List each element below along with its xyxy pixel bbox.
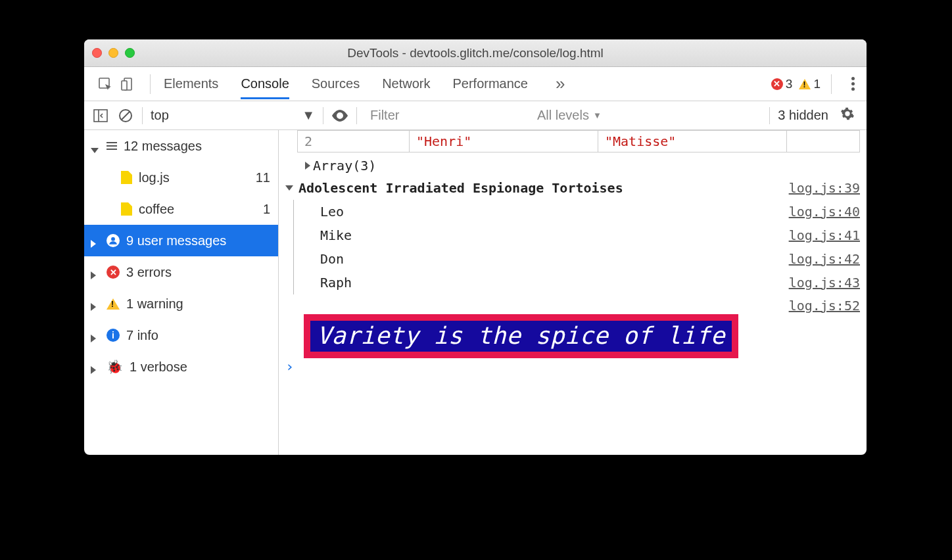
console-filterbar: top ▼ Filter All levels ▼ 3 hidden	[84, 101, 867, 130]
panel-tabs: Elements Console Sources Network Perform…	[164, 68, 571, 99]
array-expand[interactable]: Array(3)	[279, 155, 867, 176]
log-row[interactable]: Donlog.js:42	[294, 247, 867, 271]
console-sidebar: 12 messages log.js 11 coffee 1 9 user me…	[84, 130, 279, 455]
device-icon[interactable]	[118, 75, 137, 93]
file-icon	[121, 171, 132, 184]
error-count[interactable]: ✕ 3	[771, 77, 793, 91]
chevron-right-icon	[91, 299, 100, 308]
separator	[356, 107, 357, 124]
warning-icon	[107, 298, 120, 310]
source-link[interactable]: log.js:43	[789, 275, 860, 291]
styled-log: Variety is the spice of life	[279, 317, 867, 354]
sidebar-user-messages[interactable]: 9 user messages	[84, 225, 278, 256]
file-count: 11	[256, 170, 270, 185]
log-row[interactable]: Raphlog.js:43	[294, 271, 867, 294]
context-selector[interactable]: top ▼	[151, 108, 315, 123]
chevron-right-icon	[91, 331, 100, 340]
levels-selector[interactable]: All levels ▼	[537, 108, 602, 123]
list-icon	[107, 142, 117, 150]
category-label: 9 user messages	[126, 233, 226, 248]
table-row[interactable]: 2 "Henri" "Matisse"	[297, 130, 860, 152]
table-cell: "Matisse"	[605, 133, 676, 149]
log-row[interactable]: log.js:52	[279, 294, 867, 317]
table-cell: "Henri"	[416, 133, 471, 149]
svg-point-7	[111, 237, 115, 241]
chevron-down-icon	[91, 141, 100, 151]
tab-console[interactable]: Console	[241, 68, 289, 99]
chevron-down-icon: ▼	[593, 110, 602, 120]
sidebar-toggle-icon[interactable]	[92, 109, 109, 122]
file-name: coffee	[139, 202, 174, 217]
tabs-overflow[interactable]: »	[550, 74, 571, 94]
warning-count-value: 1	[813, 77, 821, 91]
tab-performance[interactable]: Performance	[453, 68, 529, 99]
log-text: Raph	[320, 275, 352, 291]
menu-icon[interactable]	[842, 77, 855, 91]
source-link[interactable]: log.js:41	[789, 227, 860, 243]
sidebar-file[interactable]: coffee 1	[84, 193, 278, 225]
source-link[interactable]: log.js:42	[789, 251, 860, 267]
error-icon: ✕	[771, 78, 783, 90]
chevron-down-icon: ▼	[302, 108, 315, 123]
log-text: Don	[320, 251, 344, 267]
log-row[interactable]: Mikelog.js:41	[294, 223, 867, 247]
group-title: Adolescent Irradiated Espionage Tortoise…	[298, 180, 623, 196]
styled-log-text: Variety is the spice of life	[304, 314, 738, 358]
separator	[769, 107, 770, 124]
sidebar-warnings[interactable]: 1 warning	[84, 288, 278, 319]
category-label: 7 info	[126, 328, 158, 343]
source-link[interactable]: log.js:52	[789, 298, 860, 314]
svg-line-6	[122, 112, 130, 120]
sidebar-verbose[interactable]: 🐞 1 verbose	[84, 351, 278, 383]
table-index: 2	[304, 133, 312, 149]
log-row[interactable]: Leolog.js:40	[294, 200, 867, 223]
array-label: Array(3)	[313, 158, 376, 174]
tab-network[interactable]: Network	[382, 68, 430, 99]
warning-count[interactable]: 1	[799, 77, 821, 91]
source-link[interactable]: log.js:40	[789, 204, 860, 220]
warning-icon	[799, 79, 811, 89]
separator	[150, 74, 151, 94]
bug-icon: 🐞	[107, 359, 123, 375]
inspect-icon[interactable]	[96, 75, 114, 93]
live-expression-icon[interactable]	[331, 110, 348, 122]
sidebar-info[interactable]: i 7 info	[84, 319, 278, 351]
tab-sources[interactable]: Sources	[312, 68, 360, 99]
svg-rect-2	[122, 81, 127, 90]
console-content: 12 messages log.js 11 coffee 1 9 user me…	[84, 130, 867, 455]
hidden-count[interactable]: 3 hidden	[778, 108, 828, 123]
chevron-right-icon	[91, 268, 100, 277]
clear-console-icon[interactable]	[117, 108, 134, 123]
panel-toolbar: Elements Console Sources Network Perform…	[84, 67, 867, 101]
error-count-value: 3	[786, 77, 793, 91]
filter-input[interactable]: Filter	[365, 105, 529, 126]
sidebar-file[interactable]: log.js 11	[84, 162, 278, 193]
category-label: 3 errors	[126, 265, 172, 280]
file-count: 1	[263, 202, 270, 217]
devtools-window: DevTools - devtools.glitch.me/console/lo…	[84, 39, 867, 455]
category-label: 1 verbose	[130, 360, 187, 375]
gear-icon[interactable]	[836, 106, 859, 124]
category-label: 1 warning	[126, 296, 183, 312]
chevron-right-icon	[91, 236, 100, 245]
chevron-down-icon	[285, 185, 293, 191]
messages-label: 12 messages	[124, 139, 202, 154]
log-text: Mike	[320, 227, 352, 243]
user-icon	[107, 234, 120, 247]
sidebar-errors[interactable]: ✕ 3 errors	[84, 256, 278, 288]
sidebar-messages[interactable]: 12 messages	[84, 130, 278, 162]
context-value: top	[151, 108, 169, 123]
console-group[interactable]: Adolescent Irradiated Espionage Tortoise…	[279, 176, 867, 200]
separator	[323, 107, 323, 124]
tab-elements[interactable]: Elements	[164, 68, 218, 99]
error-icon: ✕	[107, 266, 120, 279]
chevron-right-icon	[305, 162, 310, 170]
window-title: DevTools - devtools.glitch.me/console/lo…	[84, 46, 867, 60]
file-icon	[121, 202, 132, 216]
file-name: log.js	[139, 170, 170, 185]
info-icon: i	[107, 329, 120, 342]
source-link[interactable]: log.js:39	[789, 180, 860, 196]
chevron-right-icon	[91, 362, 100, 371]
separator	[831, 74, 832, 94]
console-output: 2 "Henri" "Matisse" Array(3) Adolescent …	[279, 130, 867, 455]
